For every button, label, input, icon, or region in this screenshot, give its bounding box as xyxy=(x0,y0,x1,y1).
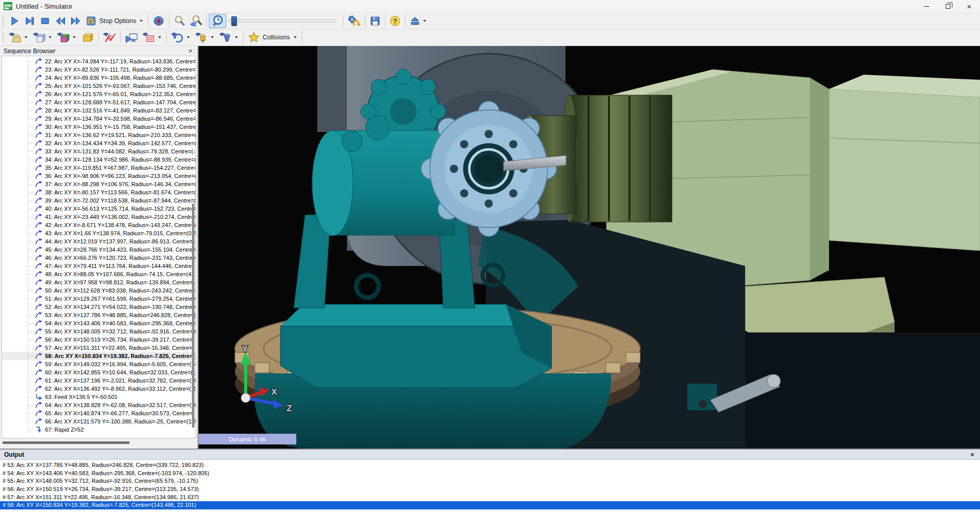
tree-item[interactable]: 44: Arc XY X=12.019 Y=137.997, Radius=-8… xyxy=(2,237,195,246)
tree-item[interactable]: 67: Rapid Z=52 xyxy=(2,426,195,434)
collisions-button[interactable]: Collisions xyxy=(246,30,300,44)
close-button[interactable]: × xyxy=(959,0,980,12)
arc-icon xyxy=(35,361,43,368)
zoom-in-icon xyxy=(173,15,186,27)
tree-item[interactable]: 42: Arc XY X=-8.671 Y=138.478, Radius=-1… xyxy=(2,221,195,229)
fast-forward-button[interactable] xyxy=(68,14,83,28)
tree-item[interactable]: 59: Arc XY X=149.032 Y=16.994, Radius=-5… xyxy=(2,360,195,368)
tool-visibility-button[interactable] xyxy=(193,30,217,44)
tree-item[interactable]: 66: Arc XY X=131.579 Y=-100.388, Radius=… xyxy=(2,417,195,426)
stock-solid-button[interactable] xyxy=(79,30,96,44)
output-line[interactable]: # 56: Arc XY X=150.519 Y=26.734, Radius=… xyxy=(0,485,980,494)
tree-vertical-scrollbar[interactable] xyxy=(192,204,194,428)
tree-item[interactable]: 49: Arc XY X=97.958 Y=98.812, Radius=-13… xyxy=(2,278,195,286)
tree-item[interactable]: 65: Arc XY X=140.874 Y=-66.277, Radius=3… xyxy=(2,409,195,417)
tree-item[interactable]: 23: Arc XY X=-82.526 Y=-111.721, Radius=… xyxy=(2,65,195,74)
tree-item[interactable]: 50: Arc XY X=112.628 Y=83.038, Radius=-2… xyxy=(2,286,195,295)
simulation-speed-button[interactable] xyxy=(209,14,226,28)
tree-item[interactable]: 43: Arc XY X=1.66 Y=138.974, Radius=-79.… xyxy=(2,229,195,237)
tree-horizontal-scrollbar[interactable] xyxy=(2,439,196,446)
tree-item[interactable]: 32: Arc XY X=-134.434 Y=34.39, Radius=-1… xyxy=(2,139,195,147)
tree-item[interactable]: 53: Arc XY X=137.786 Y=48.885, Radius=24… xyxy=(2,311,195,319)
play-to-next-button[interactable] xyxy=(22,14,37,28)
tree-item-label: 54: Arc XY X=143.406 Y=40.583, Radius=-2… xyxy=(45,320,195,326)
zoom-in-button[interactable] xyxy=(171,14,188,28)
tree-item[interactable]: 24: Arc XY X=-89.836 Y=-105.498, Radius=… xyxy=(2,74,195,82)
output-line[interactable]: # 54: Arc XY X=143.406 Y=40.583, Radius=… xyxy=(0,470,980,478)
target-visibility-button[interactable] xyxy=(140,30,164,44)
tree-item[interactable]: 52: Arc XY X=134.271 Y=54.022, Radius=-1… xyxy=(2,303,195,311)
tree-item[interactable]: 30: Arc XY X=-136.951 Y=-15.758, Radius=… xyxy=(2,123,195,131)
play-button[interactable] xyxy=(7,14,22,28)
machine-visibility-button[interactable] xyxy=(7,30,31,44)
tree-item[interactable]: 56: Arc XY X=150.519 Y=26.734, Radius=-3… xyxy=(2,336,195,344)
tree-item[interactable]: 41: Arc XY X=-23.449 Y=136.002, Radius=-… xyxy=(2,213,195,221)
tree-item[interactable]: 62: Arc XY X=136.492 Y=-8.962, Radius=33… xyxy=(2,385,195,393)
eject-button[interactable] xyxy=(407,14,429,28)
tree-item[interactable]: 57: Arc XY X=151.311 Y=22.495, Radius=-1… xyxy=(2,344,195,352)
head-visibility-button[interactable] xyxy=(217,30,241,44)
tree-item[interactable]: 63: Feed X=136.5 Y=-50.501 xyxy=(2,393,195,401)
tree-item[interactable]: 28: Arc XY X=-132.516 Y=-41.849, Radius=… xyxy=(2,106,195,115)
speed-slider[interactable] xyxy=(228,19,337,23)
chevron-down-icon xyxy=(73,36,76,38)
tree-item[interactable]: 36: Arc XY X=-98.906 Y=96.123, Radius=-2… xyxy=(2,172,195,180)
tree-item[interactable]: 26: Arc XY X=-121.576 Y=-65.01, Radius=-… xyxy=(2,90,195,98)
simulation-window-button[interactable] xyxy=(123,30,140,44)
record-button[interactable] xyxy=(150,14,167,28)
tree-item[interactable]: 34: Arc XY X=-128.134 Y=52.986, Radius=-… xyxy=(2,155,195,164)
tree-item[interactable]: 39: Arc XY X=-72.002 Y=118.538, Radius=-… xyxy=(2,196,195,205)
tree-item[interactable]: 61: Arc XY X=137.196 Y=-2.021, Radius=32… xyxy=(2,376,195,385)
minimize-button[interactable] xyxy=(916,0,937,12)
restore-button[interactable] xyxy=(937,0,959,12)
tree-item[interactable]: 48: Arc XY X=88.05 Y=107.686, Radius=-74… xyxy=(2,270,195,278)
tree-item-label: 67: Rapid Z=52 xyxy=(45,427,84,433)
stock-visibility-button[interactable] xyxy=(55,30,79,44)
output-line[interactable]: # 57: Arc XY X=151.311 Y=22.495, Radius=… xyxy=(0,494,980,502)
tree-item-label: 25: Arc XY X=-101.526 Y=-93.067, Radius=… xyxy=(45,83,195,89)
tree-horizontal-scrollbar-thumb[interactable] xyxy=(3,441,129,444)
save-button[interactable] xyxy=(367,14,383,28)
tree-item[interactable]: 54: Arc XY X=143.406 Y=40.583, Radius=-2… xyxy=(2,319,195,327)
tree-item[interactable]: 45: Arc XY X=28.766 Y=134.423, Radius=-1… xyxy=(2,246,195,254)
tree-item[interactable]: 64: Arc XY X=138.828 Y=-62.08, Radius=32… xyxy=(2,401,195,409)
output-line-highlighted[interactable]: # 58: Arc XY X=150.834 Y=19.382, Radius=… xyxy=(0,501,980,509)
tree-item[interactable]: 38: Arc XY X=-80.157 Y=113.566, Radius=-… xyxy=(2,188,195,196)
part-visibility-button[interactable] xyxy=(31,30,55,44)
tree-connector xyxy=(28,78,34,78)
refresh-view-button[interactable] xyxy=(169,30,193,44)
output-line[interactable]: # 53: Arc XY X=137.786 Y=48.885, Radius=… xyxy=(0,461,980,470)
tree-item[interactable]: 22: Arc XY X=-74.084 Y=-117.19, Radius=-… xyxy=(2,57,195,65)
tree-item[interactable]: 37: Arc XY X=-88.298 Y=106.976, Radius=-… xyxy=(2,180,195,188)
settings-button[interactable] xyxy=(345,14,363,28)
tree-item[interactable]: 29: Arc XY X=-134.784 Y=-32.598, Radius=… xyxy=(2,115,195,123)
output-close-button[interactable]: × xyxy=(969,451,976,458)
tree-item-label: 32: Arc XY X=-134.434 Y=34.39, Radius=-1… xyxy=(45,140,195,146)
tree-item[interactable]: 46: Arc XY X=66.276 Y=120.723, Radius=-2… xyxy=(2,254,195,262)
tree-item[interactable]: 47: Arc XY X=79.411 Y=113.764, Radius=-1… xyxy=(2,262,195,270)
toolbar-grip[interactable] xyxy=(2,32,5,43)
output-line[interactable]: # 55: Arc XY X=148.005 Y=32.712, Radius=… xyxy=(0,477,980,485)
tree-item[interactable]: 31: Arc XY X=-136.62 Y=19.521, Radius=-2… xyxy=(2,131,195,139)
output-lines[interactable]: # 53: Arc XY X=137.786 Y=48.885, Radius=… xyxy=(0,460,980,513)
tree-item[interactable]: 25: Arc XY X=-101.526 Y=-93.067, Radius=… xyxy=(2,82,195,90)
stop-button[interactable] xyxy=(37,14,53,28)
rewind-button[interactable] xyxy=(53,14,68,28)
tree-item[interactable]: 33: Arc XY X=-131.83 Y=44.082, Radius=-7… xyxy=(2,147,195,155)
tree-item[interactable]: 40: Arc XY X=-56.613 Y=125.714, Radius=-… xyxy=(2,205,195,213)
stop-options-button[interactable]: Stop Options xyxy=(83,14,146,28)
tree-item[interactable]: 35: Arc XY X=-119.851 Y=67.987, Radius=-… xyxy=(2,164,195,172)
tree-item[interactable]: 58: Arc XY X=150.834 Y=19.382, Radius=-7… xyxy=(2,352,195,360)
help-button[interactable]: ? xyxy=(387,14,403,28)
simulation-viewport[interactable]: Y X Z Dynamic 0.46 xyxy=(199,46,980,449)
sequence-browser-close-button[interactable]: × xyxy=(187,48,194,54)
tree-item[interactable]: 55: Arc XY X=148.005 Y=32.712, Radius=-9… xyxy=(2,327,195,336)
speed-slider-thumb[interactable] xyxy=(231,16,237,26)
zoom-previous-button[interactable] xyxy=(188,14,204,28)
tree-item[interactable]: 60: Arc XY X=142.855 Y=10.644, Radius=32… xyxy=(2,368,195,376)
tree-item[interactable]: 27: Arc XY X=-128.688 Y=-51.617, Radius=… xyxy=(2,98,195,106)
sequence-tree[interactable]: 22: Arc XY X=-74.084 Y=-117.19, Radius=-… xyxy=(2,56,196,438)
tree-item[interactable]: 51: Arc XY X=129.267 Y=61.599, Radius=-2… xyxy=(2,295,195,303)
toolbar-grip[interactable] xyxy=(2,15,5,27)
toolpath-visibility-button[interactable] xyxy=(101,30,118,44)
